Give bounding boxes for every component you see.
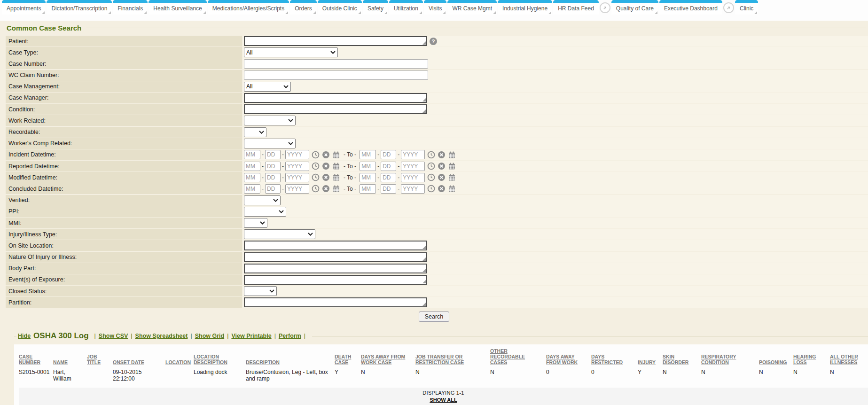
reported-to-dd-input[interactable] (381, 162, 396, 171)
mmi-select[interactable] (244, 218, 267, 228)
modified-to-dd-input[interactable] (381, 173, 396, 182)
column-header-job-title[interactable]: JOB TITLE (87, 347, 113, 367)
column-header-poisoning[interactable]: POISONING (759, 347, 793, 367)
injury-illness-type-select[interactable] (244, 229, 315, 239)
body-part-input[interactable] (244, 264, 427, 273)
modified-from-mm-input[interactable] (244, 173, 260, 182)
calendar-icon[interactable] (448, 151, 456, 159)
tab-industrial-hygiene[interactable]: Industrial Hygiene (498, 0, 552, 15)
case-number-input[interactable] (244, 59, 428, 69)
clear-icon[interactable] (438, 162, 446, 170)
incident-from-yyyy-input[interactable] (285, 150, 309, 159)
external-link-icon[interactable] (600, 2, 610, 13)
clear-icon[interactable] (322, 151, 330, 159)
tab-financials[interactable]: Financials (113, 0, 148, 15)
tab-executive-dashboard[interactable]: Executive Dashboard (659, 0, 722, 15)
work-related-select[interactable] (244, 116, 296, 125)
tab-utilization[interactable]: Utilization (389, 0, 423, 15)
calendar-icon[interactable] (332, 151, 340, 159)
show-csv-link[interactable]: Show CSV (99, 333, 128, 339)
perform-link[interactable]: Perform (279, 333, 301, 339)
column-header-days-away-from-work[interactable]: DAYS AWAY FROM WORK (546, 347, 591, 367)
recordable-select[interactable] (244, 127, 266, 137)
column-header-respiratory-condition[interactable]: RESPIRATORY CONDITION (701, 347, 759, 367)
verified-select[interactable] (244, 195, 281, 205)
events-of-exposure-input[interactable] (244, 275, 427, 285)
wc-claim-number-input[interactable] (244, 70, 428, 80)
clock-icon[interactable] (312, 151, 320, 159)
external-link-icon[interactable] (723, 2, 734, 13)
search-button[interactable]: Search (419, 312, 450, 322)
column-header-case-number[interactable]: CASE NUMBER (19, 347, 53, 367)
clock-icon[interactable] (427, 185, 435, 193)
incident-to-dd-input[interactable] (381, 150, 396, 159)
concluded-to-dd-input[interactable] (381, 184, 396, 194)
clear-icon[interactable] (438, 185, 446, 193)
partition-input[interactable] (244, 297, 427, 307)
concluded-to-yyyy-input[interactable] (401, 184, 425, 194)
calendar-icon[interactable] (448, 162, 456, 170)
tab-health-surveillance[interactable]: Health Surveillance (149, 0, 206, 15)
patient-input[interactable] (244, 36, 427, 46)
tab-quality-of-care[interactable]: Quality of Care (611, 0, 658, 15)
incident-to-yyyy-input[interactable] (401, 150, 425, 159)
clock-icon[interactable] (312, 162, 320, 170)
column-header-days-restricted[interactable]: DAYS RESTRICTED (591, 347, 638, 367)
on-site-location-input[interactable] (244, 241, 427, 250)
incident-from-mm-input[interactable] (244, 150, 260, 159)
concluded-from-mm-input[interactable] (244, 184, 260, 194)
reported-from-mm-input[interactable] (244, 162, 260, 171)
ppi-select[interactable] (244, 207, 286, 217)
case-management-select[interactable]: All (244, 82, 291, 92)
clock-icon[interactable] (427, 173, 435, 181)
tab-outside-clinic[interactable]: Outside Clinic (318, 0, 362, 15)
concluded-to-mm-input[interactable] (360, 184, 376, 194)
workers-comp-related-select[interactable] (244, 139, 296, 148)
reported-to-mm-input[interactable] (360, 162, 376, 171)
calendar-icon[interactable] (332, 162, 340, 170)
tab-orders[interactable]: Orders (290, 0, 317, 15)
column-header-hearing-loss[interactable]: HEARING LOSS (793, 347, 830, 367)
calendar-icon[interactable] (332, 173, 340, 181)
incident-from-dd-input[interactable] (265, 150, 281, 159)
modified-from-yyyy-input[interactable] (285, 173, 309, 182)
calendar-icon[interactable] (448, 173, 456, 181)
column-header-location-description[interactable]: LOCATION DESCRIPTION (194, 347, 246, 367)
nature-of-injury-input[interactable] (244, 252, 427, 262)
clock-icon[interactable] (312, 173, 320, 181)
tab-clinic[interactable]: Clinic (735, 0, 758, 15)
closed-status-select[interactable] (244, 286, 277, 296)
show-all-link[interactable]: SHOW ALL (19, 397, 868, 403)
calendar-icon[interactable] (332, 185, 340, 193)
column-header-job-transfer-or-restriction-case[interactable]: JOB TRANSFER OR RESTRICTION CASE (415, 347, 490, 367)
tab-safety[interactable]: Safety (363, 0, 388, 15)
concluded-from-yyyy-input[interactable] (285, 184, 309, 194)
clock-icon[interactable] (427, 151, 435, 159)
column-header-skin-disorder[interactable]: SKIN DISORDER (663, 347, 701, 367)
tab-hr-data-feed[interactable]: HR Data Feed (553, 0, 599, 15)
modified-to-yyyy-input[interactable] (401, 173, 425, 182)
clear-icon[interactable] (322, 162, 330, 170)
show-spreadsheet-link[interactable]: Show Spreadsheet (135, 333, 188, 339)
clear-icon[interactable] (438, 151, 446, 159)
tab-medications-allergies-scripts[interactable]: Medications/Allergies/Scripts (208, 0, 289, 15)
show-grid-link[interactable]: Show Grid (195, 333, 225, 339)
column-header-location[interactable]: LOCATION (165, 347, 194, 367)
tab-visits[interactable]: Visits (424, 0, 446, 15)
modified-to-mm-input[interactable] (360, 173, 376, 182)
clear-icon[interactable] (438, 173, 446, 181)
column-header-injury[interactable]: INJURY (638, 347, 663, 367)
help-icon[interactable]: ? (430, 38, 437, 45)
column-header-days-away-from-work-case[interactable]: DAYS AWAY FROM WORK CASE (361, 347, 415, 367)
column-header-name[interactable]: NAME (53, 347, 87, 367)
incident-to-mm-input[interactable] (360, 150, 376, 159)
column-header-other-recordable-cases[interactable]: OTHER RECORDABLE CASES (490, 347, 546, 367)
tab-appointments[interactable]: Appointments (2, 0, 46, 15)
case-type-select[interactable]: All (244, 47, 338, 57)
case-manager-input[interactable] (244, 93, 427, 103)
concluded-from-dd-input[interactable] (265, 184, 281, 194)
clear-icon[interactable] (322, 173, 330, 181)
hide-link[interactable]: Hide (18, 333, 31, 339)
clock-icon[interactable] (312, 185, 320, 193)
reported-from-dd-input[interactable] (265, 162, 281, 171)
